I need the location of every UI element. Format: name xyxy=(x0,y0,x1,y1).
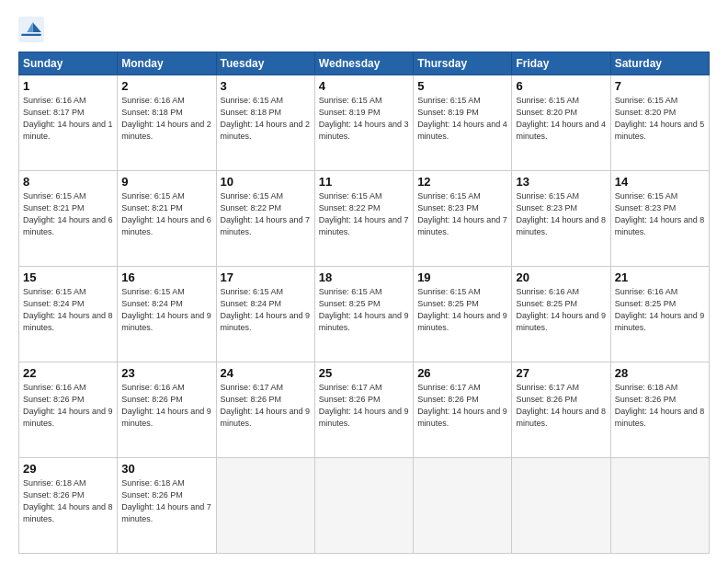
day-number: 21 xyxy=(615,270,705,284)
calendar-week-row: 22 Sunrise: 6:16 AM Sunset: 8:26 PM Dayl… xyxy=(19,362,710,458)
day-detail: Sunrise: 6:15 AM Sunset: 8:23 PM Dayligh… xyxy=(516,190,606,238)
calendar-header-cell: Friday xyxy=(512,52,610,75)
day-detail: Sunrise: 6:15 AM Sunset: 8:20 PM Dayligh… xyxy=(615,95,705,143)
day-number: 9 xyxy=(121,175,211,189)
day-detail: Sunrise: 6:15 AM Sunset: 8:25 PM Dayligh… xyxy=(319,286,409,334)
calendar-header-cell: Monday xyxy=(118,52,216,75)
logo xyxy=(18,17,48,42)
day-detail: Sunrise: 6:15 AM Sunset: 8:21 PM Dayligh… xyxy=(23,190,113,238)
day-number: 12 xyxy=(417,175,507,189)
svg-rect-3 xyxy=(21,34,41,36)
calendar-day-cell: 15 Sunrise: 6:15 AM Sunset: 8:24 PM Dayl… xyxy=(19,267,118,362)
day-detail: Sunrise: 6:15 AM Sunset: 8:24 PM Dayligh… xyxy=(121,286,211,334)
day-detail: Sunrise: 6:15 AM Sunset: 8:22 PM Dayligh… xyxy=(319,190,409,238)
day-number: 2 xyxy=(121,79,211,93)
page: SundayMondayTuesdayWednesdayThursdayFrid… xyxy=(0,0,728,563)
day-detail: Sunrise: 6:15 AM Sunset: 8:23 PM Dayligh… xyxy=(417,190,507,238)
calendar-day-cell: 20 Sunrise: 6:16 AM Sunset: 8:25 PM Dayl… xyxy=(512,267,610,362)
calendar-week-row: 1 Sunrise: 6:16 AM Sunset: 8:17 PM Dayli… xyxy=(19,75,710,171)
calendar-day-cell: 19 Sunrise: 6:15 AM Sunset: 8:25 PM Dayl… xyxy=(414,267,512,362)
day-number: 4 xyxy=(319,79,409,93)
day-detail: Sunrise: 6:16 AM Sunset: 8:25 PM Dayligh… xyxy=(615,286,705,334)
calendar-day-cell xyxy=(216,458,314,554)
day-number: 14 xyxy=(615,175,705,189)
day-detail: Sunrise: 6:15 AM Sunset: 8:24 PM Dayligh… xyxy=(23,286,113,334)
calendar-header-cell: Sunday xyxy=(19,52,118,75)
day-number: 6 xyxy=(516,79,606,93)
day-detail: Sunrise: 6:18 AM Sunset: 8:26 PM Dayligh… xyxy=(121,477,211,525)
day-number: 16 xyxy=(121,270,211,284)
calendar-day-cell xyxy=(610,458,709,554)
day-detail: Sunrise: 6:15 AM Sunset: 8:23 PM Dayligh… xyxy=(615,190,705,238)
day-number: 5 xyxy=(417,79,507,93)
day-number: 17 xyxy=(221,270,311,284)
day-detail: Sunrise: 6:16 AM Sunset: 8:26 PM Dayligh… xyxy=(23,382,113,430)
calendar-day-cell: 8 Sunrise: 6:15 AM Sunset: 8:21 PM Dayli… xyxy=(19,171,118,267)
day-detail: Sunrise: 6:17 AM Sunset: 8:26 PM Dayligh… xyxy=(516,382,606,430)
day-number: 18 xyxy=(319,270,409,284)
day-number: 23 xyxy=(121,366,211,380)
day-number: 13 xyxy=(516,175,606,189)
header xyxy=(18,17,710,42)
day-detail: Sunrise: 6:15 AM Sunset: 8:25 PM Dayligh… xyxy=(417,286,507,334)
calendar-week-row: 15 Sunrise: 6:15 AM Sunset: 8:24 PM Dayl… xyxy=(19,267,710,362)
day-number: 15 xyxy=(23,270,113,284)
day-number: 11 xyxy=(319,175,409,189)
day-number: 22 xyxy=(23,366,113,380)
day-detail: Sunrise: 6:18 AM Sunset: 8:26 PM Dayligh… xyxy=(23,477,113,525)
day-number: 26 xyxy=(417,366,507,380)
day-number: 29 xyxy=(23,462,113,476)
day-number: 10 xyxy=(221,175,311,189)
day-detail: Sunrise: 6:15 AM Sunset: 8:19 PM Dayligh… xyxy=(417,95,507,143)
day-detail: Sunrise: 6:15 AM Sunset: 8:22 PM Dayligh… xyxy=(221,190,311,238)
day-number: 8 xyxy=(23,175,113,189)
day-detail: Sunrise: 6:15 AM Sunset: 8:20 PM Dayligh… xyxy=(516,95,606,143)
day-detail: Sunrise: 6:16 AM Sunset: 8:26 PM Dayligh… xyxy=(121,382,211,430)
calendar-day-cell: 5 Sunrise: 6:15 AM Sunset: 8:19 PM Dayli… xyxy=(414,75,512,171)
day-detail: Sunrise: 6:15 AM Sunset: 8:18 PM Dayligh… xyxy=(221,95,311,143)
day-number: 28 xyxy=(615,366,705,380)
calendar-day-cell: 7 Sunrise: 6:15 AM Sunset: 8:20 PM Dayli… xyxy=(610,75,709,171)
calendar-table: SundayMondayTuesdayWednesdayThursdayFrid… xyxy=(18,52,710,554)
calendar-day-cell: 10 Sunrise: 6:15 AM Sunset: 8:22 PM Dayl… xyxy=(216,171,314,267)
calendar-day-cell: 9 Sunrise: 6:15 AM Sunset: 8:21 PM Dayli… xyxy=(118,171,216,267)
calendar-header-cell: Tuesday xyxy=(216,52,314,75)
calendar-day-cell: 22 Sunrise: 6:16 AM Sunset: 8:26 PM Dayl… xyxy=(19,362,118,458)
calendar-day-cell xyxy=(314,458,413,554)
day-number: 3 xyxy=(221,79,311,93)
calendar-day-cell: 4 Sunrise: 6:15 AM Sunset: 8:19 PM Dayli… xyxy=(314,75,413,171)
day-detail: Sunrise: 6:15 AM Sunset: 8:19 PM Dayligh… xyxy=(319,95,409,143)
calendar-body: 1 Sunrise: 6:16 AM Sunset: 8:17 PM Dayli… xyxy=(19,75,710,554)
calendar-day-cell: 1 Sunrise: 6:16 AM Sunset: 8:17 PM Dayli… xyxy=(19,75,118,171)
calendar-day-cell: 3 Sunrise: 6:15 AM Sunset: 8:18 PM Dayli… xyxy=(216,75,314,171)
day-number: 27 xyxy=(516,366,606,380)
day-detail: Sunrise: 6:17 AM Sunset: 8:26 PM Dayligh… xyxy=(319,382,409,430)
calendar-day-cell: 18 Sunrise: 6:15 AM Sunset: 8:25 PM Dayl… xyxy=(314,267,413,362)
day-detail: Sunrise: 6:17 AM Sunset: 8:26 PM Dayligh… xyxy=(221,382,311,430)
calendar-day-cell xyxy=(414,458,512,554)
calendar-day-cell: 23 Sunrise: 6:16 AM Sunset: 8:26 PM Dayl… xyxy=(118,362,216,458)
calendar-header-cell: Thursday xyxy=(414,52,512,75)
calendar-day-cell: 16 Sunrise: 6:15 AM Sunset: 8:24 PM Dayl… xyxy=(118,267,216,362)
day-number: 25 xyxy=(319,366,409,380)
day-number: 20 xyxy=(516,270,606,284)
calendar-day-cell: 14 Sunrise: 6:15 AM Sunset: 8:23 PM Dayl… xyxy=(610,171,709,267)
calendar-header-cell: Wednesday xyxy=(314,52,413,75)
calendar-day-cell: 21 Sunrise: 6:16 AM Sunset: 8:25 PM Dayl… xyxy=(610,267,709,362)
calendar-day-cell: 11 Sunrise: 6:15 AM Sunset: 8:22 PM Dayl… xyxy=(314,171,413,267)
calendar-day-cell: 6 Sunrise: 6:15 AM Sunset: 8:20 PM Dayli… xyxy=(512,75,610,171)
day-detail: Sunrise: 6:15 AM Sunset: 8:24 PM Dayligh… xyxy=(221,286,311,334)
day-number: 1 xyxy=(23,79,113,93)
calendar-day-cell: 26 Sunrise: 6:17 AM Sunset: 8:26 PM Dayl… xyxy=(414,362,512,458)
calendar-header-cell: Saturday xyxy=(610,52,709,75)
calendar-day-cell: 12 Sunrise: 6:15 AM Sunset: 8:23 PM Dayl… xyxy=(414,171,512,267)
calendar-day-cell: 2 Sunrise: 6:16 AM Sunset: 8:18 PM Dayli… xyxy=(118,75,216,171)
day-number: 7 xyxy=(615,79,705,93)
calendar-day-cell: 17 Sunrise: 6:15 AM Sunset: 8:24 PM Dayl… xyxy=(216,267,314,362)
day-detail: Sunrise: 6:18 AM Sunset: 8:26 PM Dayligh… xyxy=(615,382,705,430)
calendar-day-cell: 29 Sunrise: 6:18 AM Sunset: 8:26 PM Dayl… xyxy=(19,458,118,554)
logo-icon xyxy=(18,17,44,42)
day-detail: Sunrise: 6:16 AM Sunset: 8:17 PM Dayligh… xyxy=(23,95,113,143)
calendar-day-cell: 27 Sunrise: 6:17 AM Sunset: 8:26 PM Dayl… xyxy=(512,362,610,458)
day-detail: Sunrise: 6:15 AM Sunset: 8:21 PM Dayligh… xyxy=(121,190,211,238)
